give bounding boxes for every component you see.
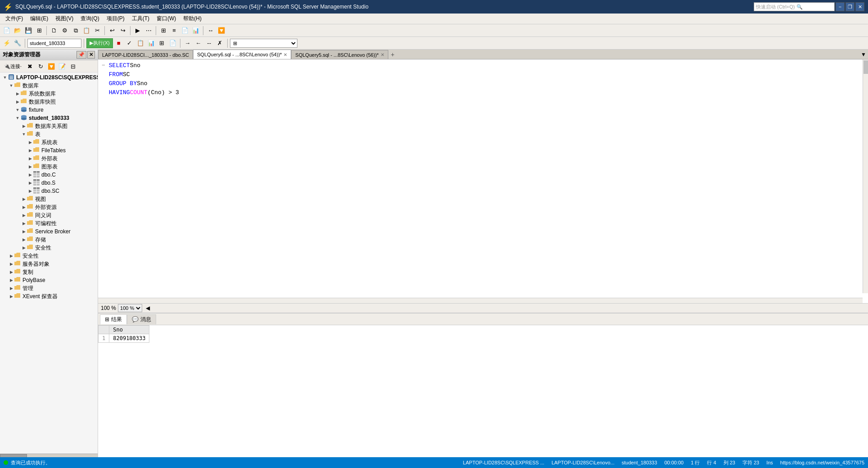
tree-item-security-inner[interactable]: ▶ 安全性 [0, 244, 98, 252]
cut-btn[interactable]: ✂ [92, 26, 102, 36]
tb2-btn2[interactable]: 🔧 [13, 38, 22, 48]
tree-item-polybase[interactable]: ▶ PolyBase [0, 276, 98, 284]
filter-btn[interactable]: 🔽 [216, 26, 226, 36]
filter-oe-btn[interactable]: 🔽 [46, 61, 56, 71]
quick-launch-box[interactable]: 快速启动 (Ctrl+Q) 🔍 [754, 2, 835, 11]
tree-item-dbo-s[interactable]: ▶ dbo.S [0, 179, 98, 187]
tree-item-databases[interactable]: ▼ 数据库 [0, 82, 98, 90]
view-chart-btn[interactable]: 📊 [191, 26, 201, 36]
folder-ext-tables-icon [33, 155, 40, 162]
tree-item-filetables[interactable]: ▶ FileTables [0, 146, 98, 154]
stats-btn[interactable]: 📊 [146, 38, 156, 48]
tab-scroll-right[interactable]: ▼ [859, 50, 868, 59]
minimize-button[interactable]: − [836, 2, 845, 11]
new-query-oe-btn[interactable]: 📝 [57, 61, 67, 71]
left-scroll-thumb[interactable] [0, 454, 27, 457]
menu-project[interactable]: 项目(P) [103, 14, 128, 23]
left-scrollbar[interactable] [0, 454, 98, 457]
tab-sqlquery5[interactable]: SQLQuery5.sql - ...8SC\Lenovo (56))* ✕ [291, 50, 388, 59]
tab-sqlquery6-close[interactable]: ✕ [283, 52, 287, 57]
tree-item-xevent[interactable]: ▶ XEvent 探查器 [0, 292, 98, 300]
result-to-grid-btn[interactable]: ⊞ [157, 38, 167, 48]
tree-item-fixture-db[interactable]: ▼ fixture [0, 106, 98, 114]
tree-item-programmability[interactable]: ▶ 可编程性 [0, 219, 98, 227]
vscroll-thumb[interactable] [864, 60, 868, 74]
outdent-btn[interactable]: ← [193, 38, 203, 48]
debug-btn[interactable]: ▶ [133, 26, 143, 36]
save-btn[interactable]: 💾 [23, 26, 33, 36]
tree-item-views[interactable]: ▶ 视图 [0, 195, 98, 203]
undo-btn[interactable]: ↩ [107, 26, 117, 36]
paste-btn[interactable]: 📋 [81, 26, 91, 36]
result-to-text-btn[interactable]: 📄 [168, 38, 178, 48]
editor-vscroll[interactable] [863, 59, 868, 293]
tree-item-system-tables[interactable]: ▶ 系统表 [0, 138, 98, 146]
tree-item-replication[interactable]: ▶ 复制 [0, 268, 98, 276]
db-selector-input[interactable]: student_180333 [27, 39, 81, 48]
tree-item-management[interactable]: ▶ 管理 [0, 284, 98, 292]
databases-label: 数据库 [22, 82, 39, 90]
tree-item-tables-folder[interactable]: ▼ 表 [0, 130, 98, 138]
menu-window[interactable]: 窗口(W) [153, 14, 180, 23]
menu-help[interactable]: 帮助(H) [180, 14, 205, 23]
align-btn[interactable]: ↔ [206, 26, 216, 36]
zoom-dropdown[interactable]: 100 % [118, 304, 142, 312]
results-tab-grid[interactable]: ⊞ 结果 [100, 314, 127, 324]
tree-item-db-snapshots[interactable]: ▶ 数据库快照 [0, 98, 98, 106]
tree-item-external-resources[interactable]: ▶ 外部资源 [0, 203, 98, 211]
refresh-btn[interactable]: ↻ [36, 61, 45, 71]
tree-item-dbo-c[interactable]: ▶ dbo.C [0, 171, 98, 179]
more-btn[interactable]: ⋯ [144, 26, 153, 36]
tree-item-external-tables[interactable]: ▶ 外部表 [0, 154, 98, 163]
tab-sqlquery5-close[interactable]: ✕ [381, 52, 384, 57]
editor-hscroll[interactable] [98, 298, 863, 303]
copy-btn[interactable]: ⧉ [71, 26, 81, 36]
tree-item-student-db[interactable]: ▼ student_180333 [0, 114, 98, 122]
menu-edit[interactable]: 编辑(E) [27, 14, 52, 23]
new-query-btn2[interactable]: 🗋 [49, 26, 59, 36]
view-file-btn[interactable]: 📄 [180, 26, 190, 36]
tab-dbo-sc[interactable]: LAPTOP-LID28SCI..._180333 - dbo.SC [98, 50, 193, 59]
tab-add-button[interactable]: + [388, 50, 397, 59]
oe-close-btn[interactable]: ✕ [87, 51, 95, 59]
menu-tools[interactable]: 工具(T) [128, 14, 153, 23]
tree-item-graph-tables[interactable]: ▶ 图形表 [0, 163, 98, 171]
menu-view[interactable]: 视图(V) [52, 14, 77, 23]
connect-btn[interactable]: 🔌 连接· [2, 61, 24, 71]
open-btn[interactable]: 📂 [13, 26, 22, 36]
collapse-all-btn[interactable]: ⊟ [68, 61, 78, 71]
tree-item-security-top[interactable]: ▶ 安全性 [0, 252, 98, 260]
connection-dropdown[interactable]: ⊞ [230, 39, 297, 48]
showplan-btn[interactable]: 📋 [135, 38, 145, 48]
close-button[interactable]: ✕ [855, 2, 864, 11]
restore-button[interactable]: ❐ [846, 2, 855, 11]
tree-item-server-objects[interactable]: ▶ 服务器对象 [0, 260, 98, 268]
results-tab-messages[interactable]: 💬 消息 [127, 314, 156, 324]
execute-btn[interactable]: ▶ 执行(X) [86, 38, 113, 48]
code-editor[interactable]: − SELECT Sno FROM SC GROUP BY Sno HAVING… [98, 59, 868, 303]
view-grid-btn[interactable]: ⊞ [158, 26, 168, 36]
disconnect-btn[interactable]: ✖ [25, 61, 35, 71]
tree-item-system-dbs[interactable]: ▶ 系统数据库 [0, 90, 98, 98]
comment-btn[interactable]: -- [204, 38, 214, 48]
tree-item-service-broker[interactable]: ▶ Service Broker [0, 227, 98, 236]
uncomment-btn[interactable]: ✗ [215, 38, 225, 48]
new-query-btn[interactable]: 📄 [2, 26, 12, 36]
parse-btn[interactable]: ✓ [125, 38, 135, 48]
tree-item-db-diagram[interactable]: ▶ 数据库关系图 [0, 122, 98, 130]
tab-sqlquery6[interactable]: SQLQuery6.sql - ...8SCI\Lenovo (54))* ✕ [193, 50, 291, 59]
menu-file[interactable]: 文件(F) [2, 14, 27, 23]
view-text-btn[interactable]: ≡ [169, 26, 179, 36]
tree-item-synonyms[interactable]: ▶ 同义词 [0, 211, 98, 219]
stop-btn[interactable]: ■ [114, 38, 124, 48]
redo-btn[interactable]: ↪ [118, 26, 128, 36]
save-all-btn[interactable]: ⊞ [34, 26, 44, 36]
tb2-btn1[interactable]: ⚡ [2, 38, 12, 48]
oe-pin-btn[interactable]: 📌 [76, 51, 86, 59]
tree-item-storage[interactable]: ▶ 存储 [0, 236, 98, 244]
indent-btn[interactable]: → [183, 38, 193, 48]
build-btn[interactable]: ⚙ [60, 26, 70, 36]
tree-item-server[interactable]: ▼ LAPTOP-LID28SC\SQLEXPRESS [0, 73, 98, 82]
menu-query[interactable]: 查询(Q) [77, 14, 103, 23]
tree-item-dbo-sc[interactable]: ▶ dbo.SC [0, 187, 98, 195]
